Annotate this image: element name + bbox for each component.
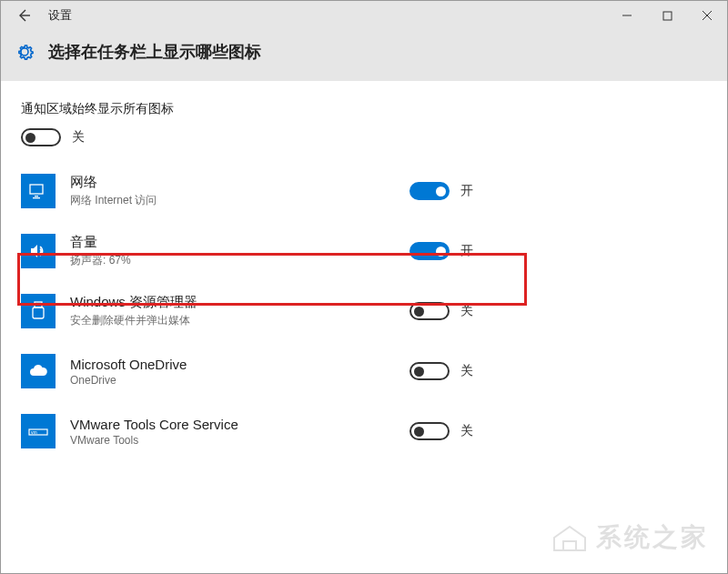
minimize-icon bbox=[622, 10, 632, 21]
svg-rect-6 bbox=[33, 197, 40, 198]
svg-rect-1 bbox=[663, 12, 672, 20]
svg-rect-9 bbox=[36, 304, 38, 306]
network-icon bbox=[21, 174, 56, 208]
watermark: 系统之家 bbox=[551, 520, 709, 555]
svg-text:vm: vm bbox=[31, 429, 37, 435]
back-arrow-icon bbox=[16, 8, 31, 23]
item-explorer: Windows 资源管理器 安全删除硬件并弹出媒体 关 bbox=[21, 287, 707, 336]
close-button[interactable] bbox=[687, 1, 727, 30]
toggle-network[interactable] bbox=[410, 182, 450, 200]
master-toggle[interactable] bbox=[21, 128, 61, 146]
item-subtitle: 安全删除硬件并弹出媒体 bbox=[70, 313, 707, 328]
toggle-state: 关 bbox=[460, 423, 473, 439]
item-network: 网络 网络 Internet 访问 开 bbox=[21, 166, 707, 216]
minimize-button[interactable] bbox=[607, 1, 647, 30]
toggle-onedrive[interactable] bbox=[410, 362, 450, 380]
toggle-state: 关 bbox=[460, 303, 473, 319]
close-icon bbox=[702, 10, 713, 21]
item-title: Windows 资源管理器 bbox=[70, 294, 707, 311]
cloud-icon bbox=[21, 354, 56, 388]
volume-icon bbox=[21, 234, 56, 268]
svg-rect-7 bbox=[35, 302, 42, 307]
master-toggle-row: 关 bbox=[21, 128, 707, 146]
toggle-state: 开 bbox=[460, 183, 473, 199]
watermark-icon bbox=[551, 521, 589, 554]
master-toggle-label: 关 bbox=[72, 129, 85, 146]
gear-icon bbox=[14, 41, 35, 63]
item-title: 网络 bbox=[70, 174, 707, 191]
svg-rect-5 bbox=[35, 196, 38, 196]
item-title: 音量 bbox=[70, 234, 707, 251]
watermark-text: 系统之家 bbox=[596, 520, 709, 555]
titlebar: 设置 bbox=[1, 1, 727, 30]
toggle-state: 关 bbox=[460, 363, 473, 379]
item-subtitle: VMware Tools bbox=[70, 434, 707, 447]
page-title: 选择在任务栏上显示哪些图标 bbox=[48, 41, 261, 63]
item-vmware: vm VMware Tools Core Service VMware Tool… bbox=[21, 407, 707, 456]
item-subtitle: 网络 Internet 访问 bbox=[70, 193, 707, 208]
usb-icon bbox=[21, 294, 56, 328]
toggle-state: 开 bbox=[460, 243, 473, 259]
item-subtitle: 扬声器: 67% bbox=[70, 253, 707, 268]
maximize-button[interactable] bbox=[647, 1, 687, 30]
item-title: VMware Tools Core Service bbox=[70, 417, 707, 432]
item-subtitle: OneDrive bbox=[70, 374, 707, 387]
toggle-explorer[interactable] bbox=[410, 302, 450, 320]
window-controls bbox=[607, 1, 727, 30]
vmware-icon: vm bbox=[21, 414, 56, 448]
svg-rect-10 bbox=[39, 304, 41, 306]
content-area: 通知区域始终显示所有图标 关 网络 网络 Internet 访问 开 音量 扬声… bbox=[1, 81, 727, 456]
section-heading: 通知区域始终显示所有图标 bbox=[21, 101, 707, 117]
maximize-icon bbox=[662, 11, 672, 21]
item-onedrive: Microsoft OneDrive OneDrive 关 bbox=[21, 347, 707, 396]
back-button[interactable] bbox=[10, 2, 37, 29]
item-volume: 音量 扬声器: 67% 开 bbox=[21, 227, 707, 276]
item-title: Microsoft OneDrive bbox=[70, 357, 707, 372]
toggle-vmware[interactable] bbox=[410, 422, 450, 440]
window-title: 设置 bbox=[48, 7, 72, 24]
svg-rect-4 bbox=[30, 185, 43, 194]
svg-rect-8 bbox=[33, 307, 44, 318]
toggle-volume[interactable] bbox=[410, 242, 450, 260]
page-header: 选择在任务栏上显示哪些图标 bbox=[1, 30, 727, 81]
